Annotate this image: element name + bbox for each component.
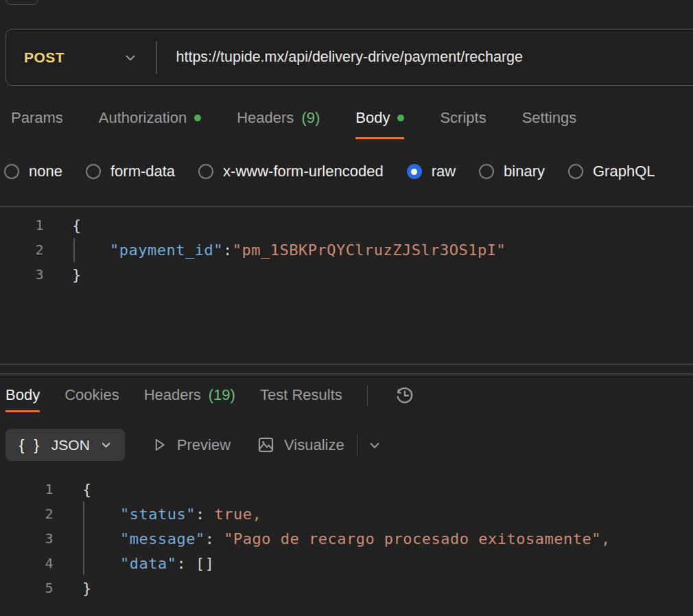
editor-top-divider	[0, 206, 693, 207]
body-type-radio-none[interactable]: none	[4, 163, 62, 180]
body-type-radio-row: noneform-datax-www-form-urlencodedrawbin…	[4, 163, 655, 180]
response-tab-cookies[interactable]: Cookies	[64, 386, 119, 412]
code-text: {	[72, 217, 82, 234]
line-number: 3	[0, 266, 44, 283]
code-line: 1{	[0, 213, 693, 237]
code-text: }	[72, 266, 82, 283]
play-icon	[151, 436, 168, 453]
visualize-button[interactable]: Visualize	[257, 436, 344, 454]
image-icon	[257, 436, 275, 454]
response-body-viewer[interactable]: 1{2 "status": true,3 "message": "Pago de…	[0, 477, 693, 600]
response-tab-test-results[interactable]: Test Results	[260, 386, 342, 412]
code-text: }	[82, 580, 92, 597]
pane-splitter[interactable]	[0, 364, 693, 365]
line-number: 1	[0, 481, 54, 497]
radio-icon[interactable]	[568, 164, 583, 179]
url-bar: POST https://tupide.mx/api/delivery-driv…	[5, 29, 693, 86]
radio-label: none	[29, 163, 62, 180]
code-text: "data": []	[82, 555, 214, 572]
response-tab-headers[interactable]: Headers(19)	[144, 386, 235, 412]
tab-label: Test Results	[260, 386, 342, 405]
code-line: 3 "message": "Pago de recargo procesado …	[0, 526, 693, 551]
tab-count-badge: (9)	[301, 108, 320, 128]
chevron-down-icon	[99, 438, 113, 451]
code-text: "payment_id":"pm_1SBKPrQYClruzZJSlr3OS1p…	[72, 241, 506, 259]
tab-label: Body	[5, 386, 40, 405]
line-number: 2	[0, 241, 44, 258]
response-history-button[interactable]	[392, 383, 417, 407]
chevron-down-icon	[123, 50, 138, 65]
pane-splitter[interactable]	[0, 373, 693, 375]
radio-icon[interactable]	[479, 164, 494, 179]
tab-label: Settings	[522, 108, 577, 128]
code-text: "status": true,	[82, 506, 261, 523]
tab-label: Body	[355, 108, 390, 128]
tab-label: Authorization	[99, 108, 187, 128]
code-line: 2 "payment_id":"pm_1SBKPrQYClruzZJSlr3OS…	[0, 237, 693, 262]
code-line: 1{	[0, 477, 693, 501]
code-line: 5}	[0, 576, 693, 600]
body-type-radio-graphql[interactable]: GraphQL	[568, 163, 655, 180]
request-tab-authorization[interactable]: Authorization	[99, 108, 201, 139]
code-text: {	[82, 481, 92, 498]
request-tab-body[interactable]: Body	[355, 108, 404, 139]
request-tab-scripts[interactable]: Scripts	[440, 108, 486, 139]
format-label: JSON	[51, 437, 90, 453]
indent-guide	[83, 501, 84, 575]
tab-label: Params	[11, 108, 63, 128]
code-text: "message": "Pago de recargo procesado ex…	[82, 530, 611, 547]
line-number: 3	[0, 530, 54, 547]
request-body-editor[interactable]: 1{2 "payment_id":"pm_1SBKPrQYClruzZJSlr3…	[0, 213, 693, 287]
code-line: 3}	[0, 262, 693, 287]
body-type-radio-x-www-form-urlencoded[interactable]: x-www-form-urlencoded	[198, 163, 384, 180]
more-view-options-chevron[interactable]	[367, 438, 382, 453]
request-tab-params[interactable]: Params	[11, 108, 63, 139]
radio-label: x-www-form-urlencoded	[223, 163, 384, 180]
code-line: 4 "data": []	[0, 551, 693, 576]
line-number: 4	[0, 555, 54, 571]
tab-label: Cookies	[64, 386, 119, 405]
indent-guide	[73, 238, 75, 262]
radio-label: binary	[504, 163, 545, 180]
body-type-radio-raw[interactable]: raw	[407, 163, 456, 180]
visualize-label: Visualize	[284, 436, 344, 454]
toolbar-separator	[357, 434, 358, 456]
request-tab-remnant[interactable]	[5, 0, 38, 5]
request-tabs: ParamsAuthorizationHeaders(9)BodyScripts…	[11, 108, 576, 139]
radio-label: GraphQL	[593, 163, 655, 180]
method-label: POST	[24, 49, 64, 66]
clock-history-icon	[393, 383, 416, 407]
line-number: 1	[0, 217, 44, 233]
url-input[interactable]: https://tupide.mx/api/delivery-drive/pay…	[176, 49, 524, 66]
radio-label: form-data	[110, 163, 175, 180]
green-dot-indicator	[397, 115, 404, 121]
tab-label: Headers	[144, 386, 201, 405]
line-number: 2	[0, 506, 54, 522]
green-dot-indicator	[194, 115, 201, 121]
response-toolbar: { } JSON Preview Visualize	[5, 429, 382, 461]
body-type-radio-form-data[interactable]: form-data	[86, 163, 175, 180]
radio-icon[interactable]	[4, 164, 19, 179]
preview-label: Preview	[177, 436, 231, 454]
response-tab-body[interactable]: Body	[5, 386, 40, 412]
tab-label: Headers	[237, 108, 294, 128]
radio-label: raw	[432, 163, 456, 180]
response-format-dropdown[interactable]: { } JSON	[5, 429, 125, 461]
url-separator	[156, 41, 157, 74]
response-tabs: BodyCookiesHeaders(19)Test Results	[5, 386, 417, 412]
preview-button[interactable]: Preview	[151, 436, 231, 454]
chevron-down-icon	[367, 438, 382, 453]
tab-label: Scripts	[440, 108, 486, 128]
radio-icon[interactable]	[198, 164, 213, 179]
request-tab-settings[interactable]: Settings	[522, 108, 577, 139]
tab-count-badge: (19)	[209, 386, 235, 405]
radio-selected-icon[interactable]	[407, 164, 422, 179]
radio-icon[interactable]	[86, 164, 101, 179]
method-dropdown[interactable]: POST	[6, 29, 156, 85]
line-number: 5	[0, 580, 54, 596]
braces-icon: { }	[19, 436, 42, 454]
request-tab-headers[interactable]: Headers(9)	[237, 108, 320, 139]
body-type-radio-binary[interactable]: binary	[479, 163, 545, 180]
code-line: 2 "status": true,	[0, 501, 693, 526]
response-tabs-separator	[367, 386, 368, 406]
